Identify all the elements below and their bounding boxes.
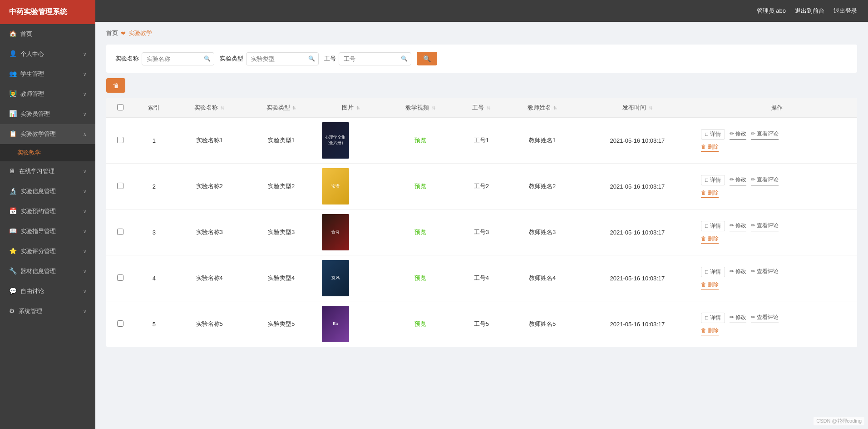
row-name: 实验名称1: [173, 118, 245, 164]
action-bar: 🗑: [106, 78, 857, 93]
col-type[interactable]: 实验类型 ⇅: [245, 98, 317, 118]
edit-button-1[interactable]: ✏ 修改: [730, 129, 746, 140]
col-worker[interactable]: 工号 ⇅: [456, 98, 506, 118]
delete-button-1[interactable]: 🗑 删除: [701, 143, 719, 152]
table-header-row: 索引 实验名称 ⇅ 实验类型 ⇅ 图片 ⇅ 教学视频 ⇅ 工号 ⇅ 教师姓名 ⇅…: [106, 98, 857, 118]
row-checkbox-cell: [106, 301, 135, 347]
row-checkbox-5[interactable]: [117, 320, 123, 327]
row-time: 2021-05-16 10:03:17: [578, 301, 696, 347]
back-to-frontend-link[interactable]: 退出到前台: [795, 7, 824, 15]
row-checkbox-cell: [106, 210, 135, 255]
sidebar-item-profile[interactable]: 👤个人中心 ∨: [0, 44, 95, 64]
row-checkbox-4[interactable]: [117, 274, 123, 281]
lab-info-icon: 🔬: [9, 187, 17, 195]
row-checkbox-1[interactable]: [117, 137, 123, 143]
sort-icon-worker: ⇅: [487, 105, 490, 110]
preview-link-3[interactable]: 预览: [414, 229, 426, 235]
sidebar-item-lab-teaching-sub[interactable]: 实验教学: [0, 144, 95, 161]
row-video: 预览: [385, 255, 456, 301]
row-actions: □ 详情 ✏ 修改 ✏ 查看评论 🗑 删除: [696, 301, 857, 347]
select-all-checkbox[interactable]: [117, 104, 123, 110]
delete-button-5[interactable]: 🗑 删除: [701, 327, 719, 335]
detail-button-5[interactable]: □ 详情: [701, 313, 725, 323]
preview-link-1[interactable]: 预览: [414, 137, 426, 144]
col-image[interactable]: 图片 ⇅: [317, 98, 385, 118]
sidebar-item-lab-info[interactable]: 🔬实验信息管理 ∨: [0, 181, 95, 201]
row-name: 实验名称2: [173, 164, 245, 210]
col-teacher[interactable]: 教师姓名 ⇅: [506, 98, 578, 118]
sidebar-item-teacher[interactable]: 👨‍🏫教师管理 ∨: [0, 84, 95, 104]
sort-icon-type: ⇅: [292, 105, 296, 110]
sidebar-item-student[interactable]: 👥学生管理 ∨: [0, 64, 95, 84]
detail-button-3[interactable]: □ 详情: [701, 221, 725, 231]
filter-worker-input[interactable]: [339, 52, 411, 65]
col-checkbox: [106, 98, 135, 118]
sidebar-item-online-learning[interactable]: 🖥在线学习管理 ∨: [0, 161, 95, 181]
student-icon: 👥: [9, 70, 17, 77]
equipment-icon: 🔧: [9, 267, 17, 274]
sidebar-item-lab-booking[interactable]: 📅实验预约管理 ∨: [0, 201, 95, 221]
edit-button-5[interactable]: ✏ 修改: [730, 313, 746, 323]
filter-name-input[interactable]: [142, 52, 214, 65]
edit-button-4[interactable]: ✏ 修改: [730, 267, 746, 277]
chevron-down-icon: ∨: [83, 112, 86, 117]
sidebar-item-lab-guide[interactable]: 📖实验指导管理 ∨: [0, 221, 95, 241]
row-video: 预览: [385, 301, 456, 347]
delete-button-2[interactable]: 🗑 删除: [701, 189, 719, 198]
data-table-container: 索引 实验名称 ⇅ 实验类型 ⇅ 图片 ⇅ 教学视频 ⇅ 工号 ⇅ 教师姓名 ⇅…: [106, 98, 857, 347]
sidebar-item-lab-staff[interactable]: 📊实验员管理 ∨: [0, 104, 95, 124]
logout-link[interactable]: 退出登录: [833, 7, 857, 15]
breadcrumb-home[interactable]: 首页: [106, 29, 118, 37]
sidebar-item-home[interactable]: 🏠首页: [0, 24, 95, 44]
edit-button-2[interactable]: ✏ 修改: [730, 175, 746, 185]
col-index: 索引: [135, 98, 173, 118]
data-table: 索引 实验名称 ⇅ 实验类型 ⇅ 图片 ⇅ 教学视频 ⇅ 工号 ⇅ 教师姓名 ⇅…: [106, 98, 857, 347]
sidebar-item-discussion[interactable]: 💬自由讨论 ∨: [0, 281, 95, 301]
detail-button-1[interactable]: □ 详情: [701, 129, 725, 140]
sidebar-item-equipment[interactable]: 🔧器材信息管理 ∨: [0, 261, 95, 281]
lab-guide-icon: 📖: [9, 227, 17, 234]
search-button[interactable]: 🔍: [417, 52, 437, 65]
preview-link-4[interactable]: 预览: [414, 274, 426, 281]
filter-name-label: 实验名称: [115, 55, 139, 63]
sort-icon-image: ⇅: [356, 105, 360, 110]
sidebar-item-lab-teaching[interactable]: 📋实验教学管理 ∧: [0, 124, 95, 144]
comment-button-3[interactable]: ✏ 查看评论: [751, 221, 779, 231]
comment-button-4[interactable]: ✏ 查看评论: [751, 267, 779, 277]
row-worker: 工号4: [456, 255, 506, 301]
comment-button-1[interactable]: ✏ 查看评论: [751, 129, 779, 140]
row-name: 实验名称4: [173, 255, 245, 301]
comment-button-2[interactable]: ✏ 查看评论: [751, 175, 779, 185]
sidebar-item-system[interactable]: ⚙系统管理 ∨: [0, 301, 95, 321]
row-teacher: 教师姓名1: [506, 118, 578, 164]
table-row: 2 实验名称2 实验类型2 论语 预览 工号2 教师姓名2 2021-05-16…: [106, 164, 857, 210]
edit-button-3[interactable]: ✏ 修改: [730, 221, 746, 231]
chevron-down-icon: ∨: [83, 169, 86, 174]
sidebar-item-lab-score[interactable]: ⭐实验评分管理 ∨: [0, 241, 95, 261]
delete-icon: 🗑: [113, 82, 119, 89]
detail-button-2[interactable]: □ 详情: [701, 175, 725, 185]
preview-link-2[interactable]: 预览: [414, 183, 426, 190]
row-index: 4: [135, 255, 173, 301]
preview-link-5[interactable]: 预览: [414, 320, 426, 327]
row-checkbox-3[interactable]: [117, 229, 123, 235]
row-checkbox-2[interactable]: [117, 183, 123, 189]
breadcrumb: 首页 ❤ 实验教学: [106, 29, 857, 37]
row-image: Ea: [317, 301, 385, 347]
row-teacher: 教师姓名2: [506, 164, 578, 210]
row-checkbox-cell: [106, 255, 135, 301]
col-name[interactable]: 实验名称 ⇅: [173, 98, 245, 118]
row-video: 预览: [385, 164, 456, 210]
comment-button-5[interactable]: ✏ 查看评论: [751, 313, 779, 323]
book-cover-text: 心理学全集（全六册）: [322, 133, 349, 147]
col-time[interactable]: 发布时间 ⇅: [578, 98, 696, 118]
delete-button-3[interactable]: 🗑 删除: [701, 235, 719, 244]
batch-delete-button[interactable]: 🗑: [106, 78, 125, 93]
filter-type-group: 实验类型 🔍: [220, 52, 319, 65]
col-video[interactable]: 教学视频 ⇅: [385, 98, 456, 118]
filter-name-wrapper: 🔍: [142, 52, 214, 65]
delete-button-4[interactable]: 🗑 删除: [701, 281, 719, 289]
detail-button-4[interactable]: □ 详情: [701, 267, 725, 277]
filter-type-input[interactable]: [246, 52, 319, 65]
row-time: 2021-05-16 10:03:17: [578, 164, 696, 210]
